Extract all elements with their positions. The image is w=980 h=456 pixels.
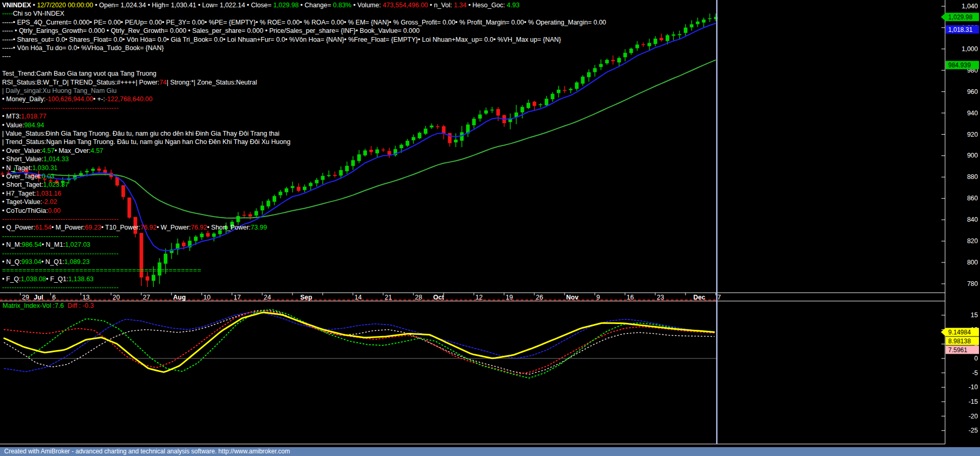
candle-body[interactable] <box>285 188 288 192</box>
candle-body[interactable] <box>164 254 167 263</box>
candle-body[interactable] <box>587 72 591 77</box>
candle-body[interactable] <box>206 233 210 237</box>
indicator-pane[interactable] <box>0 310 717 378</box>
candle-body[interactable] <box>327 175 330 176</box>
candle-body[interactable] <box>654 39 657 44</box>
candle-body[interactable] <box>551 94 555 99</box>
candle-body[interactable] <box>696 21 700 24</box>
candle-body[interactable] <box>412 137 415 140</box>
candle-body[interactable] <box>273 196 276 202</box>
candle-body[interactable] <box>43 179 46 180</box>
candle-body[interactable] <box>442 126 446 133</box>
price-axis[interactable]: 1,0401,0201,0009809609409209008808608408… <box>941 0 979 444</box>
candle-body[interactable] <box>424 129 427 134</box>
candle-body[interactable] <box>557 90 560 93</box>
main-chart-pane[interactable] <box>1 14 718 287</box>
candle-body[interactable] <box>224 226 228 229</box>
candle-body[interactable] <box>249 214 252 217</box>
candle-body[interactable] <box>526 103 530 108</box>
candle-body[interactable] <box>212 234 216 237</box>
candle-body[interactable] <box>242 215 246 216</box>
candle-body[interactable] <box>623 53 627 57</box>
date-axis[interactable]: 29Jul6132027Aug101724Sep142128Oct121926N… <box>0 293 945 444</box>
candle-body[interactable] <box>454 140 458 142</box>
candle-body[interactable] <box>333 175 337 176</box>
candle-body[interactable] <box>158 262 162 275</box>
candle-body[interactable] <box>605 60 609 64</box>
candle-body[interactable] <box>521 107 524 112</box>
candle-body[interactable] <box>400 145 403 148</box>
candle-body[interactable] <box>647 43 651 46</box>
candle-body[interactable] <box>55 181 58 183</box>
candle-body[interactable] <box>315 180 318 184</box>
candle-body[interactable] <box>599 64 603 67</box>
candle-body[interactable] <box>375 149 379 153</box>
candle-body[interactable] <box>200 234 204 237</box>
candle-body[interactable] <box>121 185 125 197</box>
chart-canvas[interactable]: 1,0401,0201,0009809609409209008808608408… <box>0 0 980 456</box>
candle-body[interactable] <box>254 211 258 215</box>
candle-body[interactable] <box>563 90 567 91</box>
candle-body[interactable] <box>635 44 639 48</box>
candle-body[interactable] <box>357 154 361 161</box>
candle-body[interactable] <box>85 171 89 173</box>
candle-body[interactable] <box>230 222 234 227</box>
candle-body[interactable] <box>593 68 597 73</box>
candle-body[interactable] <box>672 34 676 35</box>
candle-body[interactable] <box>194 237 198 241</box>
candle-body[interactable] <box>702 20 706 23</box>
candle-body[interactable] <box>472 119 476 125</box>
candle-body[interactable] <box>611 60 615 61</box>
candle-body[interactable] <box>279 191 283 195</box>
candle-body[interactable] <box>345 166 349 171</box>
candle-body[interactable] <box>152 275 155 281</box>
candle-body[interactable] <box>533 102 536 106</box>
candle-body[interactable] <box>538 104 542 105</box>
candle-body[interactable] <box>382 150 385 151</box>
candle-body[interactable] <box>617 58 621 63</box>
candle-body[interactable] <box>236 216 240 222</box>
candle-body[interactable] <box>406 141 409 146</box>
candle-body[interactable] <box>460 132 464 140</box>
candle-body[interactable] <box>128 198 131 218</box>
candle-body[interactable] <box>79 173 83 175</box>
candle-body[interactable] <box>491 110 494 111</box>
candle-body[interactable] <box>339 170 343 176</box>
candle-body[interactable] <box>182 243 186 246</box>
candle-body[interactable] <box>321 176 325 180</box>
candle-body[interactable] <box>1 174 4 175</box>
candle-body[interactable] <box>61 181 65 183</box>
candle-body[interactable] <box>436 126 439 127</box>
candle-body[interactable] <box>19 171 22 172</box>
candle-body[interactable] <box>218 230 222 234</box>
candle-body[interactable] <box>297 187 300 191</box>
candle-body[interactable] <box>659 38 663 40</box>
candle-body[interactable] <box>430 126 434 128</box>
candle-body[interactable] <box>31 174 34 175</box>
candle-body[interactable] <box>266 201 270 207</box>
candle-body[interactable] <box>629 49 633 53</box>
candle-body[interactable] <box>581 77 585 83</box>
crosshair-cursor-line[interactable] <box>716 0 718 444</box>
candlesticks[interactable] <box>1 14 718 287</box>
candle-body[interactable] <box>478 114 482 118</box>
candle-body[interactable] <box>261 206 264 210</box>
candle-body[interactable] <box>666 35 669 41</box>
candle-body[interactable] <box>309 183 313 186</box>
candle-body[interactable] <box>642 44 645 45</box>
candle-body[interactable] <box>133 217 137 234</box>
candle-body[interactable] <box>363 150 367 155</box>
candle-body[interactable] <box>484 111 488 114</box>
candle-body[interactable] <box>370 150 373 152</box>
candle-body[interactable] <box>145 277 149 281</box>
candle-body[interactable] <box>569 89 572 90</box>
candle-body[interactable] <box>684 28 688 33</box>
candle-body[interactable] <box>140 233 143 277</box>
candle-body[interactable] <box>496 109 500 116</box>
candle-body[interactable] <box>303 187 307 190</box>
candle-body[interactable] <box>575 82 579 89</box>
candle-body[interactable] <box>448 133 451 143</box>
candle-body[interactable] <box>418 133 421 138</box>
candle-body[interactable] <box>690 24 693 27</box>
candle-body[interactable] <box>13 172 16 173</box>
